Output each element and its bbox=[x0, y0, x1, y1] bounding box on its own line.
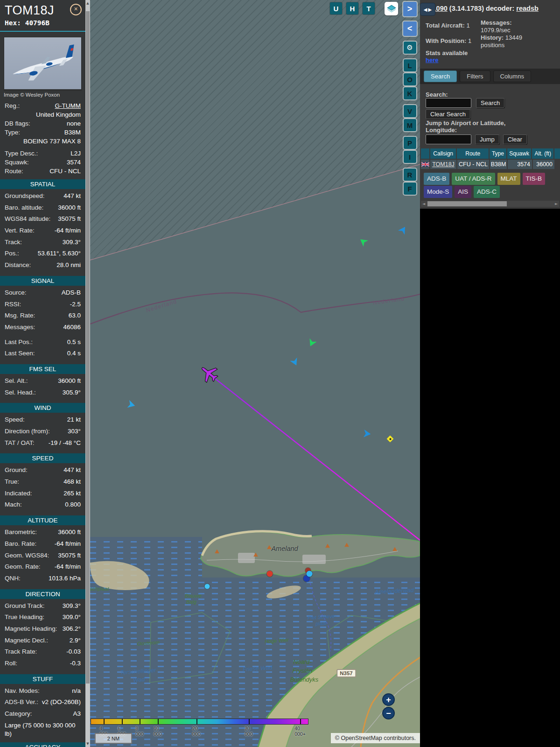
map-label: Ameland bbox=[271, 545, 298, 552]
zoom-out-button[interactable]: − bbox=[382, 707, 395, 719]
map-side-button[interactable]: P bbox=[404, 137, 416, 149]
map-attribution[interactable]: © OpenStreetMap contributors. bbox=[331, 733, 420, 743]
legend-tick-label: 20 000 bbox=[192, 726, 201, 737]
panel-collapse-icon[interactable]: ◀▶ bbox=[420, 3, 435, 15]
jump-button[interactable]: Jump bbox=[475, 134, 499, 144]
sidebar-scrollbar[interactable]: ▲ ▼ bbox=[85, 0, 90, 747]
data-section: FMS SEL Sel. Alt.: 36000 ft Sel. Head.: … bbox=[0, 364, 85, 399]
data-row: Magnetic Decl.: 2.9° bbox=[0, 636, 85, 648]
hscroll-right-icon[interactable]: ► bbox=[553, 201, 559, 207]
data-row: Roll: -0.3 bbox=[0, 659, 85, 670]
divider bbox=[0, 31, 85, 32]
table-row[interactable]: TOM18J CFU - NCL B38M 3574 36000 bbox=[420, 160, 560, 169]
uk-flag-icon bbox=[421, 160, 429, 169]
map-side-button[interactable]: F bbox=[404, 183, 416, 195]
aircraft-list-panel: tar1090 (3.14.1783) decoder: readsb ◀▶ T… bbox=[420, 0, 560, 747]
messages-stat: Messages: 1079.9/sec bbox=[481, 19, 532, 34]
table-header-cell[interactable]: Alt. (ft) bbox=[532, 148, 553, 159]
layers-icon bbox=[386, 4, 397, 14]
data-row: Geom. WGS84: 35075 ft bbox=[0, 551, 85, 563]
source-badge[interactable]: ADS-C bbox=[474, 186, 500, 198]
section-rows: Nav. Modes: n/a ADS-B Ver.: v2 (DO-260B)… bbox=[0, 686, 85, 739]
sidebar-scrollbar-thumb[interactable] bbox=[86, 11, 90, 684]
source-badge[interactable]: Mode-S bbox=[424, 186, 452, 198]
map-toggle-button[interactable]: U bbox=[330, 2, 342, 14]
source-badge[interactable]: TIS-B bbox=[523, 173, 546, 185]
cell-squawk: 3574 bbox=[508, 160, 532, 169]
search-input[interactable] bbox=[426, 98, 471, 108]
data-section: STUFF Nav. Modes: n/a ADS-B Ver.: v2 (DO… bbox=[0, 674, 85, 739]
data-row: Mach: 0.800 bbox=[0, 500, 85, 512]
panel-tab[interactable]: Columns bbox=[493, 70, 531, 82]
data-row: Sel. Alt.: 36000 ft bbox=[0, 376, 85, 388]
map-label: Wad bbox=[133, 676, 145, 684]
source-badge[interactable]: AIS bbox=[455, 186, 471, 198]
data-row: Nav. Modes: n/a bbox=[0, 686, 85, 698]
map-side-button[interactable]: L bbox=[404, 59, 416, 71]
table-header-cell[interactable]: Type bbox=[490, 148, 506, 159]
with-position-stat: With Position: 1 bbox=[426, 37, 471, 45]
clear-search-button[interactable]: Clear Search bbox=[426, 109, 470, 119]
legend-tick bbox=[104, 719, 105, 724]
stats-here-link: here bbox=[426, 56, 438, 64]
map-side-button[interactable]: < bbox=[403, 21, 417, 36]
map-dot-marker[interactable] bbox=[205, 584, 210, 589]
data-row: Barometric: 36000 ft bbox=[0, 528, 85, 539]
map-dot-marker[interactable] bbox=[267, 571, 273, 577]
search-button[interactable]: Search bbox=[476, 98, 504, 108]
data-row: QNH: 1013.6 hPa bbox=[0, 574, 85, 585]
close-icon[interactable]: × bbox=[70, 4, 82, 15]
layer-switcher-button[interactable] bbox=[385, 2, 398, 15]
jump-label: Jump to Airport or Latitude, Longitude: bbox=[426, 120, 535, 134]
info-row: Route: CFU - NCL bbox=[0, 167, 85, 176]
readsb-link[interactable]: readsb bbox=[516, 5, 539, 12]
source-badge[interactable]: MLAT bbox=[497, 173, 520, 185]
map-label: Fryslân bbox=[293, 667, 313, 674]
map-side-button[interactable]: K bbox=[404, 87, 416, 99]
clear-button[interactable]: Clear bbox=[503, 134, 527, 144]
table-header-cell[interactable]: Squawk bbox=[507, 148, 532, 159]
table-header-cell[interactable] bbox=[421, 148, 429, 159]
data-row: Baro. altitude: 36000 ft bbox=[0, 203, 85, 215]
data-sections: SPATIAL Groundspeed: 447 kt Baro. altitu… bbox=[0, 179, 85, 747]
data-row: True: 468 kt bbox=[0, 477, 85, 489]
table-header-cell[interactable]: Callsign bbox=[430, 148, 456, 159]
map-side-button[interactable]: > bbox=[403, 2, 417, 16]
aircraft-photo bbox=[4, 37, 82, 91]
map-side-button[interactable]: R bbox=[404, 169, 416, 181]
panel-tab[interactable]: Search bbox=[424, 70, 457, 82]
legend-tick bbox=[196, 719, 197, 724]
map-side-button[interactable]: V bbox=[404, 105, 416, 117]
map-toggle-button[interactable]: H bbox=[346, 2, 358, 14]
zoom-in-button[interactable]: + bbox=[382, 693, 395, 706]
scrollbar-up-icon[interactable]: ▲ bbox=[85, 0, 90, 6]
section-rows: Groundspeed: 447 kt Baro. altitude: 3600… bbox=[0, 191, 85, 272]
legend-tick-label: 8 000 bbox=[135, 726, 144, 737]
section-title: ACCURACY bbox=[0, 742, 85, 747]
panel-tab[interactable]: Filters bbox=[460, 70, 490, 82]
panel-horizontal-scrollbar[interactable]: ◄ ► bbox=[421, 201, 559, 207]
map-dot-marker[interactable] bbox=[307, 571, 313, 577]
map-toggle-button[interactable]: T bbox=[363, 2, 375, 14]
image-credit: Image © Wesley Poxon bbox=[4, 92, 82, 98]
section-title: DIRECTION bbox=[0, 589, 85, 599]
cell-callsign[interactable]: TOM18J bbox=[430, 160, 456, 169]
map-side-button[interactable]: O bbox=[404, 73, 416, 85]
map-side-button[interactable]: I bbox=[404, 151, 416, 163]
clear-search-row: Clear Search bbox=[426, 109, 470, 119]
map-side-button[interactable]: ⚙ bbox=[404, 42, 416, 54]
panel-content: tar1090 (3.14.1783) decoder: readsb ◀▶ T… bbox=[420, 0, 560, 209]
table-header-cell[interactable]: Route bbox=[457, 148, 489, 159]
source-badge[interactable]: ADS-B bbox=[424, 173, 449, 185]
data-row: Ground Track: 309.3° bbox=[0, 601, 85, 613]
jump-input[interactable] bbox=[426, 134, 471, 144]
hscroll-left-icon[interactable]: ◄ bbox=[421, 201, 427, 207]
data-section: WIND Speed: 21 kt Direction (from): 303° bbox=[0, 403, 85, 450]
map[interactable]: Nederland Nederland Ameland Amelanderwad… bbox=[90, 0, 420, 747]
source-badge[interactable]: UAT / ADS-R bbox=[452, 173, 495, 185]
search-label: Search: bbox=[426, 91, 448, 98]
table-header-cell[interactable] bbox=[554, 148, 560, 159]
map-side-button[interactable]: M bbox=[404, 119, 416, 131]
hscroll-thumb[interactable] bbox=[427, 201, 507, 206]
scrollbar-down-icon[interactable]: ▼ bbox=[85, 741, 90, 747]
